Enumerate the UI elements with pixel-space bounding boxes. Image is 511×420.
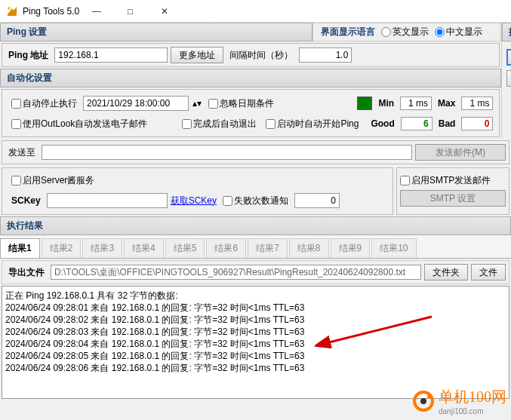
server-chan-checkbox[interactable]: 启用Server酱服务 [8, 174, 97, 187]
send-to-input[interactable] [42, 145, 412, 160]
tab-result-5[interactable]: 结果5 [165, 238, 205, 258]
sckey-input[interactable] [47, 193, 168, 208]
tab-result-10[interactable]: 结果10 [371, 238, 416, 258]
tab-result-7[interactable]: 结果7 [248, 238, 288, 258]
ignore-date-checkbox[interactable]: 忽略日期条件 [205, 97, 277, 110]
tab-result-1[interactable]: 结果1 [0, 238, 40, 258]
datetime-stepper[interactable]: ▴▾ [192, 98, 202, 109]
auto-header: 自动化设置 [0, 69, 501, 87]
result-line: 正在 Ping 192.168.0.1 具有 32 字节的数据: [5, 290, 506, 302]
file-button[interactable]: 文件 [471, 264, 506, 281]
max-label: Max [435, 98, 458, 109]
sckey-label: SCKey [8, 195, 44, 206]
max-value: 1 ms [461, 97, 493, 110]
watermark-sub: danji100.com [439, 407, 506, 415]
app-icon [6, 5, 18, 17]
watermark: 单机100网 danji100.com [411, 387, 506, 415]
results-tabs: 结果1结果2结果3结果4结果5结果6结果7结果8结果9结果10 [0, 235, 511, 259]
result-line: 2024/06/24 09:28:02 来自 192.168.0.1 的回复: … [5, 314, 506, 326]
ping-addr-label: Ping 地址 [5, 49, 51, 62]
interval-label: 间隔时间（秒） [226, 49, 296, 62]
interval-input[interactable] [299, 48, 352, 63]
tab-result-8[interactable]: 结果8 [289, 238, 329, 258]
maximize-button[interactable]: □ [113, 1, 147, 22]
folder-button[interactable]: 文件夹 [424, 264, 468, 281]
minimize-button[interactable]: — [79, 1, 113, 22]
auto-stop-checkbox[interactable]: 自动停止执行 [8, 97, 80, 110]
results-output: 正在 Ping 192.168.0.1 具有 32 字节的数据:2024/06/… [2, 286, 509, 399]
exit-after-checkbox[interactable]: 完成后自动退出 [179, 118, 260, 130]
result-line: 2024/06/24 09:28:06 来自 192.168.0.1 的回复: … [5, 362, 506, 374]
watermark-icon [411, 389, 436, 413]
lang-label: 界面显示语言 [318, 26, 378, 38]
good-label: Good [368, 118, 397, 129]
good-value: 6 [401, 117, 433, 130]
smtp-settings-button[interactable]: SMTP 设置 [400, 190, 506, 207]
fail-count-input[interactable] [294, 193, 340, 208]
export-path-input[interactable] [51, 265, 421, 280]
auto-start-checkbox[interactable]: 启动时自动开始Ping [263, 118, 362, 130]
outlook-checkbox[interactable]: 使用OutLook自动发送电子邮件 [8, 118, 150, 130]
exit-button[interactable]: 退出(E) [506, 70, 511, 87]
results-header: 执行结果 [0, 216, 511, 235]
status-color-indicator [357, 97, 372, 110]
lang-zh-radio[interactable]: 中文显示 [432, 26, 485, 38]
export-label: 导出文件 [5, 266, 48, 279]
lang-en-radio[interactable]: 英文显示 [378, 26, 432, 38]
result-line: 2024/06/24 09:28:04 来自 192.168.0.1 的回复: … [5, 338, 506, 350]
window-title: Ping Tools 5.0 [23, 6, 79, 17]
titlebar: Ping Tools 5.0 — □ ✕ [0, 0, 511, 23]
svg-point-4 [427, 394, 432, 399]
send-to-label: 发送至 [5, 146, 38, 159]
svg-point-3 [420, 398, 426, 404]
stop-ping-button[interactable]: 停止Ping(S) [506, 49, 511, 66]
tab-result-6[interactable]: 结果6 [206, 238, 246, 258]
result-line: 2024/06/24 09:28:03 来自 192.168.0.1 的回复: … [5, 326, 506, 338]
ping-addr-input[interactable] [54, 48, 168, 63]
svg-point-0 [8, 7, 11, 10]
smtp-checkbox[interactable]: 启用SMTP发送邮件 [400, 171, 491, 190]
fail-notify-checkbox[interactable]: 失败次数通知 [220, 195, 291, 207]
bad-label: Bad [436, 118, 459, 129]
ping-settings-header: Ping 设置 [0, 23, 312, 41]
result-line: 2024/06/24 09:28:01 来自 192.168.0.1 的回复: … [5, 302, 506, 314]
bad-value: 0 [461, 117, 493, 130]
result-line: 2024/06/24 09:28:05 来自 192.168.0.1 的回复: … [5, 350, 506, 362]
tab-result-3[interactable]: 结果3 [82, 238, 122, 258]
ops-header: 操作 [502, 23, 511, 41]
more-addr-button[interactable]: 更多地址 [171, 47, 223, 63]
get-sckey-link[interactable]: 获取SCKey [171, 195, 217, 207]
send-mail-button[interactable]: 发送邮件(M) [415, 144, 506, 161]
close-button[interactable]: ✕ [147, 1, 181, 22]
min-value: 1 ms [400, 97, 432, 110]
tab-result-9[interactable]: 结果9 [331, 238, 371, 258]
tab-result-2[interactable]: 结果2 [42, 238, 82, 258]
min-label: Min [375, 98, 397, 109]
watermark-text: 单机100网 [439, 387, 506, 407]
tab-result-4[interactable]: 结果4 [124, 238, 164, 258]
datetime-input[interactable] [83, 96, 189, 111]
